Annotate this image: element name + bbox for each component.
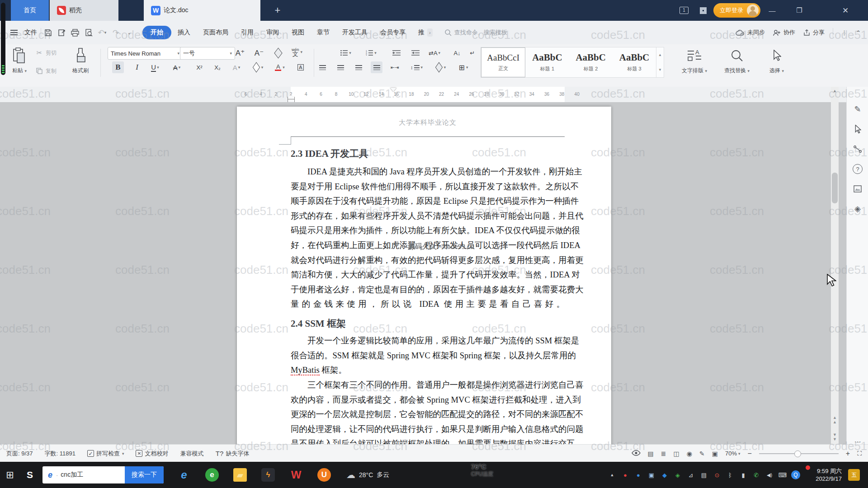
char-shading-button[interactable]: A bbox=[295, 61, 307, 73]
increase-font-icon[interactable]: A⁺ bbox=[234, 47, 246, 59]
subscript-button[interactable]: X₂ bbox=[212, 61, 223, 73]
select-button[interactable]: 选择 ▾ bbox=[764, 46, 789, 75]
align-right-button[interactable] bbox=[353, 61, 364, 73]
layout-switch-icon[interactable]: 1 bbox=[676, 0, 692, 21]
menu-item[interactable]: 引用 bbox=[235, 26, 260, 39]
cut-button[interactable]: ✂ 剪切 bbox=[35, 49, 57, 57]
clear-format-icon[interactable] bbox=[272, 47, 284, 59]
share-button[interactable]: 分享 bbox=[803, 28, 825, 37]
style-item[interactable]: AaBbCcI 正文 bbox=[481, 47, 525, 77]
save-icon[interactable] bbox=[41, 26, 55, 39]
shading-color-button[interactable]: ▾ bbox=[435, 61, 447, 73]
tray-icon[interactable]: ◈ bbox=[673, 470, 682, 479]
tray-icon[interactable]: ▲ bbox=[608, 470, 617, 479]
tray-icon[interactable]: ⌨ bbox=[778, 470, 787, 479]
scrollbar-thumb[interactable] bbox=[832, 173, 838, 203]
scroll-up-icon[interactable]: ▲ bbox=[831, 89, 839, 93]
distribute-button[interactable]: ⇤⇥ bbox=[389, 61, 401, 73]
tray-icon[interactable]: ⊿ bbox=[686, 470, 695, 479]
menu-item[interactable]: 插入 bbox=[171, 26, 197, 39]
menu-item[interactable]: 开始 bbox=[142, 26, 171, 39]
tray-icon[interactable]: ▣ bbox=[647, 470, 656, 479]
missing-font-button[interactable]: T? 缺失字体 bbox=[215, 450, 249, 458]
menu-item[interactable]: 会员专享 bbox=[374, 26, 412, 39]
tray-icon[interactable]: ● bbox=[634, 470, 643, 479]
increase-indent-icon[interactable] bbox=[410, 47, 421, 59]
decrease-indent-icon[interactable] bbox=[391, 47, 402, 59]
style-item[interactable]: AaBbC 标题 2 bbox=[569, 47, 613, 76]
taskbar-app-icon[interactable]: e bbox=[205, 468, 219, 482]
line-spacing-button[interactable]: ↕▾ bbox=[410, 61, 423, 73]
align-center-button[interactable] bbox=[335, 61, 346, 73]
file-menu[interactable]: 文件 bbox=[21, 26, 41, 39]
tray-icon[interactable]: ▤ bbox=[699, 470, 708, 479]
wrap-mark-icon[interactable]: ↵ bbox=[467, 47, 478, 59]
taskbar-search-box[interactable]: e · cnc加工 搜索一下 bbox=[42, 466, 164, 483]
fullscreen-icon[interactable]: ⛶ bbox=[857, 450, 862, 457]
zoom-in-icon[interactable]: + bbox=[846, 450, 850, 458]
more-options-icon[interactable]: ⋮ bbox=[841, 29, 848, 36]
zoom-slider[interactable] bbox=[759, 453, 839, 454]
bullet-list-button[interactable]: ▾ bbox=[340, 47, 352, 59]
taskbar-app-icon[interactable]: ϟ bbox=[261, 468, 275, 482]
taskbar-app-icon[interactable]: W bbox=[289, 468, 303, 482]
ocr-tool-icon[interactable] bbox=[847, 179, 868, 199]
menu-item[interactable]: 审阅 bbox=[260, 26, 285, 39]
ime-icon[interactable]: 五 bbox=[848, 469, 860, 481]
superscript-button[interactable]: X² bbox=[193, 61, 205, 73]
numbered-list-button[interactable]: 123 ▾ bbox=[365, 47, 377, 59]
tab-document[interactable]: W 论文.doc bbox=[144, 0, 260, 21]
align-left-button[interactable] bbox=[316, 61, 328, 73]
first-line-indent-marker[interactable] bbox=[390, 88, 396, 92]
strikethrough-button[interactable]: A▾ bbox=[171, 61, 183, 73]
page-indicator[interactable]: 页面: 9/37 bbox=[6, 450, 33, 458]
tray-icon[interactable]: ✆ bbox=[752, 470, 761, 479]
export-icon[interactable] bbox=[55, 26, 68, 39]
document-page[interactable]: 大学本科毕业论文 2.3 IDEA 开发工具 IDEA 是捷克共和国的 Java… bbox=[237, 107, 611, 444]
edge-widget[interactable] bbox=[1, 3, 5, 75]
zoom-out-icon[interactable]: − bbox=[748, 450, 752, 458]
taskbar-weather[interactable]: ☁ 28°C 多云 bbox=[346, 469, 389, 480]
compat-mode-label[interactable]: 兼容模式 bbox=[180, 450, 203, 458]
format-painter-button[interactable]: 格式刷 bbox=[69, 46, 92, 75]
text-effect-button[interactable]: A▾ bbox=[231, 61, 242, 73]
close-button[interactable]: ✕ bbox=[835, 0, 855, 21]
italic-button[interactable]: I bbox=[131, 61, 143, 73]
sort-icon[interactable]: A↓ bbox=[451, 47, 463, 59]
quick-access-caret-icon[interactable]: ⌄ bbox=[123, 26, 136, 39]
tray-icon[interactable]: ▮ bbox=[739, 470, 748, 479]
horizontal-ruler[interactable]: 642246810121416182022242628303234363840 bbox=[0, 87, 846, 103]
annotate-pen-icon[interactable]: ✎ bbox=[847, 99, 868, 119]
menu-item[interactable]: 视图 bbox=[285, 26, 311, 39]
vertical-scrollbar[interactable]: ▲ ▲▲ ▼▼ bbox=[831, 87, 839, 444]
connector-tool-icon[interactable] bbox=[847, 139, 868, 159]
proofread-button[interactable]: ✕ 文档校对 bbox=[136, 450, 168, 458]
command-search[interactable]: 查找命令、搜索模板 bbox=[444, 28, 507, 37]
start-button[interactable]: ⊞ bbox=[0, 462, 20, 488]
restore-button[interactable]: ❐ bbox=[790, 0, 808, 21]
eye-protect-icon[interactable] bbox=[632, 450, 641, 457]
paste-button[interactable]: 粘贴 ▾ bbox=[6, 46, 33, 75]
bold-button[interactable]: B bbox=[112, 61, 124, 73]
highlight-color-button[interactable]: ▾ bbox=[252, 61, 264, 73]
view-outline-icon[interactable]: ≣ bbox=[661, 450, 666, 457]
taskbar-app-icon[interactable]: e bbox=[177, 468, 191, 482]
redo-icon[interactable]: ↷ bbox=[109, 26, 123, 39]
collapse-ribbon-icon[interactable]: ⌃ bbox=[856, 29, 861, 36]
help-icon[interactable]: ? bbox=[847, 159, 868, 179]
char-scale-icon[interactable]: ⇄A▾ bbox=[429, 47, 440, 59]
zoom-slider-thumb[interactable] bbox=[794, 450, 801, 457]
zoom-level[interactable]: 70%▾ bbox=[725, 450, 741, 457]
menu-item[interactable]: 章节 bbox=[311, 26, 336, 39]
tray-icon[interactable]: ⊙ bbox=[712, 470, 722, 479]
taskbar-app-icon[interactable]: ▰ bbox=[233, 468, 247, 482]
select-tool-icon[interactable] bbox=[847, 119, 868, 139]
style-item[interactable]: AaBbC 标题 3 bbox=[613, 47, 656, 76]
font-name-select[interactable]: Times New Roman▾ bbox=[108, 47, 183, 60]
undo-icon[interactable]: ↶▾ bbox=[95, 26, 109, 39]
zoom-region-icon[interactable]: ▣ bbox=[712, 450, 718, 457]
menu-overflow-icon[interactable]: › bbox=[427, 28, 433, 37]
menu-item[interactable]: 开发工具 bbox=[336, 26, 374, 39]
print-icon[interactable] bbox=[68, 26, 82, 39]
style-gallery-scroll[interactable]: ▲▼ bbox=[656, 47, 664, 77]
